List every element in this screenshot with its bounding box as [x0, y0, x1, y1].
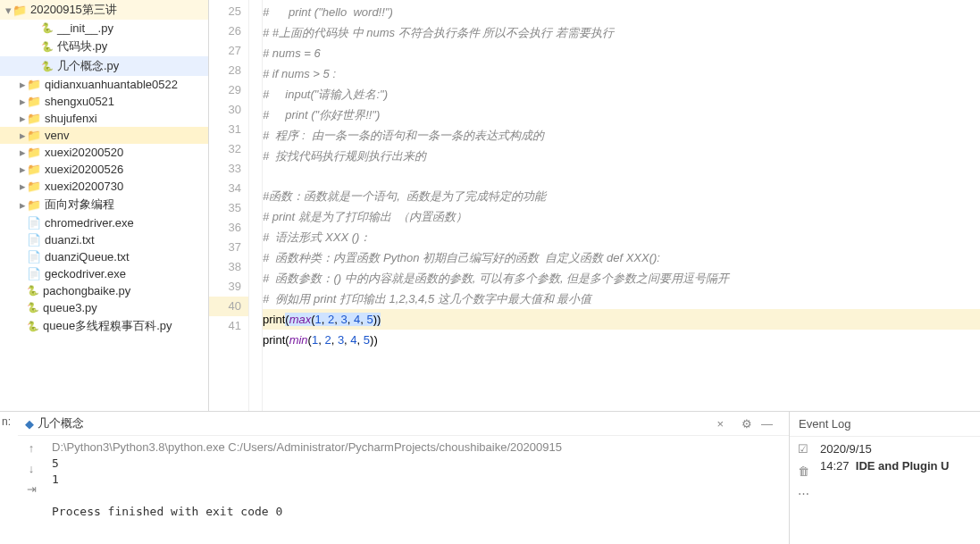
- tree-file[interactable]: 🐍queue3.py: [0, 299, 208, 316]
- chevron-right-icon: ▸: [18, 78, 27, 91]
- tree-label: 面向对象编程: [45, 197, 114, 213]
- code-line[interactable]: # print 就是为了打印输出 （内置函数）: [263, 206, 980, 227]
- tree-folder[interactable]: ▸📁xuexi20200526: [0, 161, 208, 178]
- tree-folder[interactable]: ▸📁venv: [0, 127, 208, 144]
- overflow-icon[interactable]: ⇥: [27, 482, 37, 496]
- tree-folder[interactable]: ▸📁面向对象编程: [0, 195, 208, 214]
- tree-folder-root[interactable]: ▾ 📁 20200915第三讲: [0, 0, 208, 20]
- gutter: 2526272829303132333435363738394041: [209, 0, 248, 411]
- trash-icon[interactable]: 🗑: [798, 464, 809, 478]
- chevron-right-icon: ▸: [18, 112, 27, 125]
- code-line[interactable]: # if nums > 5 :: [263, 63, 980, 84]
- chevron-right-icon: ▸: [18, 198, 27, 212]
- chevron-right-icon: ▸: [18, 180, 27, 193]
- tree-label: pachongbaike.py: [43, 284, 130, 297]
- tree-label: 20200915第三讲: [30, 2, 117, 18]
- chevron-down-icon: ▾: [4, 4, 13, 17]
- chevron-right-icon: ▸: [18, 95, 27, 108]
- tree-label: venv: [45, 129, 69, 142]
- tree-label: queue多线程糗事百科.py: [43, 318, 172, 334]
- tree-folder[interactable]: ▸📁xuexi20200520: [0, 144, 208, 161]
- tree-file[interactable]: 📄geckodriver.exe: [0, 265, 208, 282]
- tree-label: chromedriver.exe: [45, 216, 134, 230]
- code-line[interactable]: # 按找代码执行规则执行出来的: [263, 146, 980, 166]
- tree-label: duanziQueue.txt: [45, 250, 130, 264]
- code-editor[interactable]: 2526272829303132333435363738394041 # pri…: [209, 0, 980, 411]
- folder-icon: 📁: [27, 146, 41, 159]
- folder-icon: 📁: [27, 198, 41, 212]
- tree-label: xuexi20200520: [45, 146, 123, 159]
- python-file-icon: 🐍: [27, 285, 39, 297]
- folder-icon: 📁: [27, 78, 41, 91]
- python-file-icon: 🐍: [41, 22, 54, 34]
- folder-icon: 📁: [27, 129, 41, 142]
- tree-label: shengxu0521: [45, 95, 114, 108]
- tree-label: queue3.py: [43, 301, 97, 314]
- code-line[interactable]: # #上面的代码块 中 nums 不符合执行条件 所以不会执行 若需要执行: [263, 22, 980, 43]
- event-log-title: Event Log: [790, 412, 980, 437]
- tree-label: __init__.py: [57, 21, 113, 35]
- code-line[interactable]: # print ("hello word!!"): [263, 2, 980, 22]
- folder-icon: 📁: [27, 95, 41, 108]
- run-tab-title[interactable]: 几个概念: [38, 415, 716, 431]
- tree-file[interactable]: 🐍__init__.py: [0, 20, 208, 37]
- code-line[interactable]: # nums = 6: [263, 43, 980, 63]
- file-icon: 📄: [27, 216, 41, 230]
- more-icon[interactable]: ⋯: [798, 487, 809, 500]
- tree-file[interactable]: 📄chromedriver.exe: [0, 214, 208, 231]
- code-area[interactable]: # print ("hello word!!")# #上面的代码块 中 nums…: [263, 0, 980, 411]
- folder-icon: 📁: [27, 163, 41, 176]
- tree-label: geckodriver.exe: [45, 267, 126, 280]
- gear-icon[interactable]: ⚙: [741, 417, 752, 431]
- code-line[interactable]: # input("请输入姓名:"): [263, 84, 980, 105]
- console-output[interactable]: D:\Python3\Python3.8\python.exe C:/Users…: [45, 436, 789, 544]
- file-icon: 📄: [27, 233, 41, 247]
- tree-file[interactable]: 🐍pachongbaike.py: [0, 282, 208, 299]
- file-icon: 📄: [27, 267, 41, 280]
- up-arrow-icon[interactable]: ↑: [29, 441, 35, 455]
- tree-file[interactable]: 🐍代码块.py: [0, 37, 208, 56]
- run-section-label: n:: [0, 412, 18, 544]
- code-line[interactable]: # 例如用 print 打印输出 1,2,3,4,5 这几个数字中最大值和 最小…: [263, 289, 980, 309]
- code-line[interactable]: # 函数参数：() 中的内容就是函数的参数, 可以有多个参数, 但是多个参数之间…: [263, 268, 980, 289]
- tree-label: qidianxuanhuantable0522: [45, 78, 178, 91]
- close-icon[interactable]: ×: [716, 417, 724, 431]
- tree-label: duanzi.txt: [45, 233, 95, 247]
- code-line[interactable]: # print ("你好世界!!"): [263, 105, 980, 125]
- tree-label: shujufenxi: [45, 112, 97, 125]
- python-file-icon: 🐍: [27, 302, 39, 314]
- project-tree[interactable]: ▾ 📁 20200915第三讲 🐍__init__.py🐍代码块.py🐍几个概念…: [0, 0, 209, 411]
- tree-folder[interactable]: ▸📁shujufenxi: [0, 110, 208, 127]
- check-icon[interactable]: ☑: [798, 442, 808, 456]
- python-file-icon: 🐍: [27, 321, 39, 332]
- tree-file[interactable]: 📄duanzi.txt: [0, 231, 208, 248]
- event-message: IDE and Plugin U: [856, 459, 950, 473]
- down-arrow-icon[interactable]: ↓: [29, 462, 35, 475]
- code-line[interactable]: print(max(1, 2, 3, 4, 5)): [263, 309, 980, 330]
- folder-icon: 📁: [27, 180, 41, 193]
- event-time: 14:27: [820, 459, 850, 473]
- code-line[interactable]: # 程序 : 由一条一条的语句和一条一条的表达式构成的: [263, 125, 980, 146]
- code-line[interactable]: # 函数种类：内置函数 Python 初期自己编写好的函数 自定义函数 def …: [263, 247, 980, 268]
- folder-icon: 📁: [27, 112, 41, 125]
- code-line[interactable]: #函数：函数就是一个语句, 函数是为了完成特定的功能: [263, 186, 980, 206]
- chevron-right-icon: ▸: [18, 163, 27, 176]
- file-icon: 📄: [27, 250, 41, 264]
- folder-icon: 📁: [13, 4, 27, 17]
- tree-file[interactable]: 📄duanziQueue.txt: [0, 248, 208, 265]
- tree-file[interactable]: 🐍几个概念.py: [0, 56, 208, 76]
- event-date: 2020/9/15: [820, 442, 976, 456]
- tree-folder[interactable]: ▸📁xuexi20200730: [0, 178, 208, 195]
- code-line[interactable]: print(min(1, 2, 3, 4, 5)): [263, 330, 980, 350]
- tree-folder[interactable]: ▸📁shengxu0521: [0, 93, 208, 110]
- code-line[interactable]: [263, 166, 980, 186]
- event-toolbar: ☑ 🗑 ⋯: [790, 437, 817, 544]
- tree-label: 几个概念.py: [57, 58, 119, 74]
- tree-file[interactable]: 🐍queue多线程糗事百科.py: [0, 316, 208, 336]
- run-toolbar: ↑ ↓ ⇥: [18, 436, 45, 544]
- chevron-right-icon: ▸: [18, 146, 27, 159]
- event-log-content: 2020/9/15 14:27 IDE and Plugin U: [817, 437, 980, 544]
- tree-folder[interactable]: ▸📁qidianxuanhuantable0522: [0, 76, 208, 93]
- minimize-icon[interactable]: —: [761, 417, 773, 431]
- code-line[interactable]: # 语法形式 XXX ()：: [263, 227, 980, 247]
